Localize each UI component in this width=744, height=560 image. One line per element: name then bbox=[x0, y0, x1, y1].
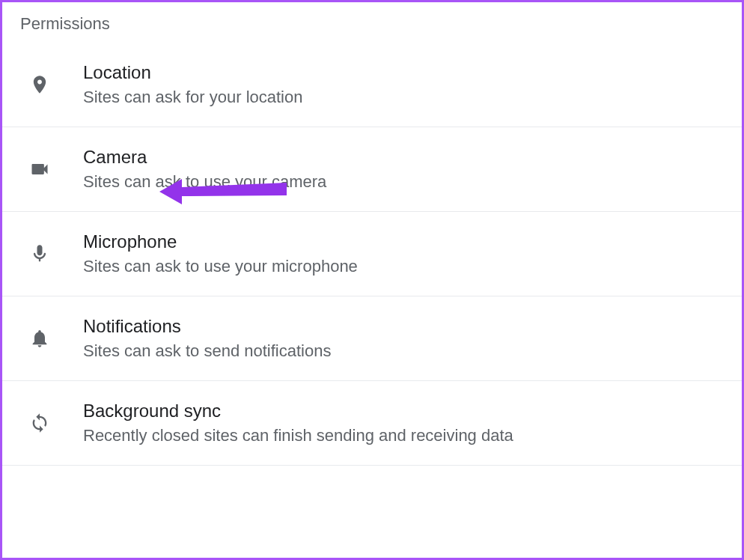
permissions-panel: Permissions Location Sites can ask for y… bbox=[0, 0, 744, 560]
section-title: Permissions bbox=[2, 2, 742, 43]
permission-row-location[interactable]: Location Sites can ask for your location bbox=[2, 43, 742, 127]
sync-icon bbox=[29, 413, 83, 433]
permission-row-microphone[interactable]: Microphone Sites can ask to use your mic… bbox=[2, 212, 742, 296]
bell-icon bbox=[29, 328, 83, 349]
permission-title: Location bbox=[83, 62, 724, 83]
permission-title: Background sync bbox=[83, 401, 724, 421]
permission-subtitle: Sites can ask for your location bbox=[83, 88, 724, 107]
permission-title: Microphone bbox=[83, 231, 724, 252]
camera-icon bbox=[29, 159, 83, 180]
permission-subtitle: Sites can ask to use your camera bbox=[83, 172, 724, 192]
permission-subtitle: Sites can ask to send notifications bbox=[83, 341, 724, 361]
microphone-icon bbox=[29, 243, 83, 264]
permission-row-notifications[interactable]: Notifications Sites can ask to send noti… bbox=[2, 296, 742, 381]
permission-title: Camera bbox=[83, 147, 724, 168]
location-icon bbox=[29, 74, 83, 95]
permission-subtitle: Recently closed sites can finish sending… bbox=[83, 426, 724, 445]
permission-title: Notifications bbox=[83, 316, 724, 337]
permission-row-camera[interactable]: Camera Sites can ask to use your camera bbox=[2, 127, 742, 212]
permission-subtitle: Sites can ask to use your microphone bbox=[83, 257, 724, 276]
permission-row-background-sync[interactable]: Background sync Recently closed sites ca… bbox=[2, 381, 742, 466]
